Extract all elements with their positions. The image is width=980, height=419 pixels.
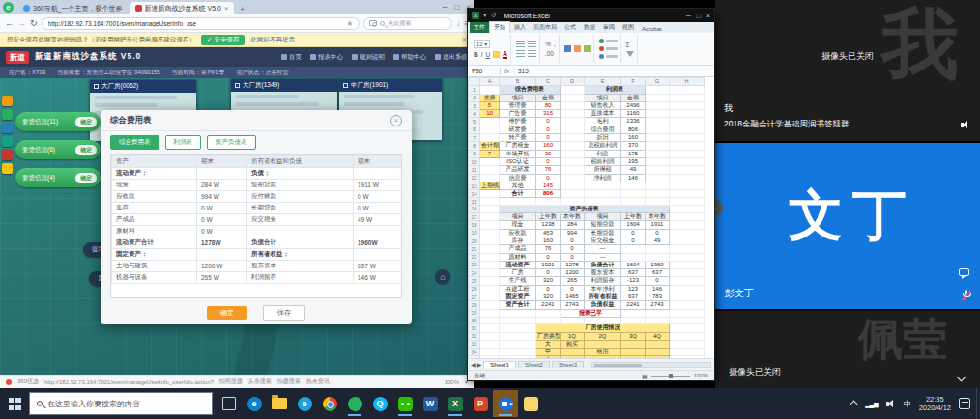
cell[interactable] — [480, 309, 500, 317]
minimize-button[interactable]: ─ — [686, 13, 691, 19]
cell[interactable]: 0 — [536, 134, 561, 142]
cell[interactable]: 123 — [621, 285, 646, 293]
cell[interactable] — [480, 198, 500, 205]
tab-balance[interactable]: 资产负债表 — [207, 135, 256, 150]
align-left-icon[interactable] — [516, 41, 525, 47]
cell[interactable]: 1336 — [621, 118, 646, 126]
cell[interactable]: 现金 — [500, 221, 536, 229]
cell[interactable]: 2241 — [536, 301, 561, 309]
cell[interactable]: 项目 — [500, 213, 536, 221]
cell[interactable]: 320 — [536, 277, 561, 285]
cell[interactable] — [646, 166, 670, 174]
cell[interactable]: 1911 — [646, 221, 670, 229]
cell[interactable]: 项目 — [585, 94, 621, 101]
name-box[interactable]: F36 — [468, 68, 501, 74]
cell[interactable] — [621, 190, 646, 198]
ribbon-tab-layout[interactable]: 页面布局 — [530, 22, 561, 33]
cell[interactable]: 利润留存 — [585, 277, 621, 285]
forward-button[interactable]: → — [17, 18, 26, 28]
cell[interactable] — [670, 198, 705, 205]
taskbar-item-ie[interactable]: e — [292, 390, 317, 417]
cell[interactable]: 0 — [646, 229, 670, 237]
cell[interactable] — [561, 174, 585, 182]
cell[interactable] — [646, 340, 670, 348]
cell[interactable] — [480, 205, 500, 212]
sort-filter-icon[interactable] — [626, 51, 634, 57]
taskbar-item-360browser[interactable] — [342, 390, 367, 417]
quick-link[interactable]: 拍题搜索 — [277, 377, 301, 386]
cell[interactable]: 0 — [536, 126, 561, 133]
cell-style-icon[interactable] — [564, 45, 571, 52]
cell[interactable] — [480, 261, 500, 268]
cell[interactable] — [646, 142, 670, 150]
cell[interactable] — [536, 317, 561, 323]
cell[interactable]: 1238 — [536, 221, 561, 229]
brand-label[interactable]: 360优选 — [17, 377, 39, 386]
taskbar-item-qq[interactable]: Q — [367, 390, 392, 417]
cell[interactable]: 80 — [536, 101, 561, 109]
cell[interactable]: 库存 — [500, 237, 536, 244]
taskbar-item-explorer[interactable] — [267, 390, 292, 417]
cell[interactable] — [621, 349, 646, 356]
volume-icon[interactable] — [886, 400, 896, 408]
cell[interactable] — [670, 285, 705, 293]
cell[interactable]: F — [621, 78, 646, 86]
order-button[interactable]: 要货信息(4)确定 — [15, 168, 101, 187]
cell[interactable]: 265 — [561, 277, 585, 285]
cell[interactable] — [670, 166, 705, 174]
cell[interactable] — [480, 221, 500, 229]
cell[interactable] — [480, 293, 500, 301]
shortcut-icon[interactable] — [2, 123, 13, 133]
cell[interactable]: 广告费 — [500, 110, 536, 118]
taskbar-item-excel[interactable]: X — [443, 390, 468, 417]
shortcut-icon[interactable] — [2, 109, 13, 120]
cell[interactable]: 项目 — [500, 94, 536, 101]
cell[interactable]: E — [585, 78, 621, 86]
cell[interactable]: 利润表 — [585, 86, 646, 94]
browser-tab-home[interactable]: 360导航_一个主页，极个世界 — [18, 2, 128, 14]
quick-link[interactable]: 头条搜索 — [248, 377, 272, 386]
ribbon-tab-view[interactable]: 视图 — [619, 22, 638, 33]
cell[interactable]: 76 — [536, 245, 561, 253]
cell[interactable] — [646, 174, 670, 182]
nav-item-logout[interactable]: 退出系统 — [435, 53, 468, 62]
cell[interactable]: 大 — [536, 340, 561, 348]
shortcut-icon[interactable] — [2, 163, 13, 174]
cell[interactable] — [500, 198, 536, 205]
cell[interactable] — [646, 126, 670, 133]
align-center-icon[interactable] — [528, 41, 536, 47]
cell[interactable]: 厂房类型 — [536, 332, 561, 340]
formula-value[interactable]: 315 — [514, 68, 533, 74]
cell[interactable]: 4Q — [646, 332, 670, 340]
percent-style-button[interactable]: % — [545, 41, 551, 47]
confirm-chip[interactable]: 确定 — [75, 173, 97, 183]
cell[interactable]: 315 — [536, 110, 561, 118]
cell[interactable]: — — [585, 253, 621, 261]
cell[interactable]: 10 — [480, 110, 500, 118]
cell[interactable]: 1278 — [561, 261, 585, 268]
save-button[interactable]: 保存 — [263, 305, 305, 321]
cell[interactable]: ISO认证 — [500, 157, 536, 165]
confirm-chip[interactable]: 确定 — [75, 145, 97, 155]
cell[interactable] — [646, 118, 670, 126]
cell[interactable]: 合计 — [500, 190, 536, 198]
cell[interactable] — [561, 86, 585, 94]
cell[interactable]: 1Q — [561, 332, 585, 340]
cell[interactable] — [670, 253, 705, 261]
cell[interactable]: 3Q — [621, 332, 646, 340]
meeting-tile-third[interactable]: 佩莹 摄像头已关闭 — [715, 311, 980, 388]
font-color-button[interactable]: A — [503, 51, 507, 59]
cell[interactable] — [561, 142, 585, 150]
decimal-button[interactable]: .00 — [545, 50, 554, 57]
cell[interactable]: 320 — [536, 293, 561, 301]
cell[interactable]: 本年数 — [646, 213, 670, 221]
view-normal-icon[interactable]: ▦ — [642, 373, 648, 379]
cell[interactable] — [500, 332, 536, 340]
cell[interactable] — [646, 150, 670, 157]
taskbar-item-chrome[interactable] — [317, 390, 342, 417]
cell[interactable]: 负债权益 — [585, 301, 621, 309]
cell[interactable] — [480, 340, 500, 348]
cell[interactable] — [561, 94, 585, 101]
insert-cells-icon[interactable] — [599, 39, 604, 43]
font-size-select[interactable]: 12 ▾ — [474, 40, 490, 48]
